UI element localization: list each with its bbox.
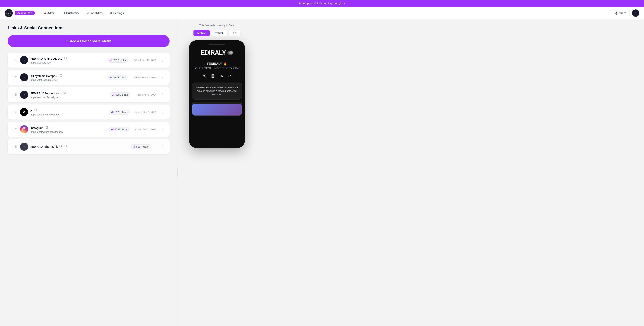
banner-text: Subscription VIP It's coming soon 🚀 — [298, 2, 342, 5]
panel-divider — [177, 19, 178, 326]
copy-button[interactable] — [45, 126, 49, 131]
list-item: ⠿⠿ ✕ X https://twitter.com/fediraly 6523… — [8, 105, 170, 120]
copy-button[interactable] — [59, 74, 64, 79]
svg-point-54 — [220, 75, 220, 75]
chart-icon — [110, 76, 112, 79]
link-url: https://twitter.com/fediraly — [30, 113, 106, 116]
copy-button[interactable] — [63, 91, 67, 96]
nav-item-settings[interactable]: ⚙ Settings — [107, 10, 126, 16]
svg-rect-20 — [60, 74, 62, 76]
tab-tablet[interactable]: Tablet — [211, 30, 227, 36]
drag-handle[interactable]: ⠿⠿ — [12, 127, 18, 132]
copy-button[interactable] — [34, 108, 38, 113]
more-options-button[interactable]: ⋮ — [159, 126, 166, 132]
chart-icon — [112, 94, 114, 96]
link-info: X https://twitter.com/fediraly — [30, 108, 106, 116]
add-link-button[interactable]: + Add a Link or Social Media — [8, 35, 170, 47]
svg-line-8 — [616, 12, 616, 13]
user-avatar[interactable] — [632, 9, 640, 17]
logo-coins — [228, 51, 233, 55]
phone-linkedin-icon[interactable] — [218, 73, 224, 79]
account-vip-badge[interactable]: Account VIP — [15, 10, 35, 15]
chart-icon — [112, 128, 114, 131]
phone-instagram-icon[interactable] — [210, 73, 216, 79]
phone-profile-desc: The FEDIRALY.NET serves as the central h… — [192, 67, 242, 69]
settings-icon: ⚙ — [110, 11, 112, 15]
share-button[interactable]: Share — [611, 10, 630, 16]
svg-point-52 — [212, 75, 214, 77]
tab-pc[interactable]: PC — [229, 30, 240, 36]
left-panel: Links & Social Connections + Add a Link … — [0, 19, 177, 326]
phone-card-text: The FEDIRALY.NET serves as the central h… — [196, 86, 238, 96]
drag-handle[interactable]: ⠿⠿ — [12, 58, 18, 63]
link-name: X — [30, 108, 106, 113]
svg-rect-28 — [112, 95, 113, 96]
svg-point-38 — [25, 128, 26, 129]
drag-handle[interactable]: ⠿⠿ — [12, 92, 18, 97]
list-item: ⠿⠿ F FEDIRALY OFFICIAL O... https://fedi… — [8, 52, 170, 68]
link-info: instagram https://instagram.com/fediraly — [30, 126, 106, 133]
more-options-button[interactable]: ⋮ — [159, 109, 166, 115]
tab-mobile[interactable]: Mobile — [194, 30, 210, 36]
list-item: ⠿⠿ instagram https://instagram.com/fedir… — [8, 122, 170, 137]
link-info: FEDIRALY OFFICIAL O... https://fediraly.… — [30, 56, 105, 64]
svg-rect-29 — [113, 94, 114, 96]
phone-email-icon[interactable] — [227, 73, 232, 79]
chart-icon — [110, 59, 112, 61]
link-icon: F — [20, 91, 28, 99]
drag-handle[interactable]: ⠿⠿ — [12, 75, 18, 80]
copy-button[interactable] — [64, 56, 68, 61]
phone-card-image — [192, 104, 242, 116]
phone-x-icon[interactable] — [202, 73, 207, 79]
clicks-badge: 9782 clicks — [109, 127, 130, 132]
nav-label-settings: Settings — [113, 11, 124, 15]
list-item: ⠿⠿ F All systems Compa... https://status… — [8, 70, 170, 85]
svg-point-5 — [616, 12, 617, 12]
added-date: Added Dec 3, 2023 — [135, 128, 156, 131]
link-name: instagram — [30, 126, 106, 131]
more-options-button[interactable]: ⋮ — [159, 92, 166, 98]
link-info: FEDIRALY Support Hu... https://support.f… — [30, 91, 107, 99]
svg-rect-30 — [114, 94, 114, 96]
svg-rect-36 — [22, 128, 26, 131]
nav-item-analytics[interactable]: Analytics — [84, 10, 105, 16]
link-name: FEDIRALY OFFICIAL O... — [30, 56, 105, 61]
banner-link[interactable]: ↗ — [344, 2, 346, 5]
coin3 — [229, 51, 233, 55]
svg-rect-33 — [112, 112, 112, 113]
drag-handle[interactable]: ⠿⠿ — [12, 110, 18, 115]
svg-point-7 — [615, 13, 616, 13]
svg-point-6 — [616, 14, 617, 14]
link-icon: F — [20, 73, 28, 81]
added-date: Added Mar 21, 2024 — [134, 76, 156, 79]
links-list: ⠿⠿ F FEDIRALY OFFICIAL O... https://fedi… — [8, 52, 170, 154]
more-options-button[interactable]: ⋮ — [159, 74, 166, 80]
nav-item-admin[interactable]: ⇄ Admin — [41, 10, 58, 16]
nav-item-customize[interactable]: ⊙ Customize — [60, 10, 82, 16]
more-options-button[interactable]: ⋮ — [159, 57, 166, 63]
svg-rect-22 — [111, 77, 112, 78]
nav-label-admin: Admin — [48, 11, 56, 15]
phone-profile-name: FEDIRALY 🔥 — [192, 62, 242, 66]
svg-rect-42 — [112, 129, 113, 130]
added-date: Added Apr 8, 2024 — [136, 93, 156, 96]
nav-label-customize: Customize — [66, 11, 80, 15]
svg-rect-50 — [134, 146, 135, 148]
phone-social-icons — [192, 73, 242, 79]
add-link-plus-icon: + — [66, 39, 68, 43]
profile-emoji: 🔥 — [223, 62, 227, 66]
svg-point-37 — [23, 128, 25, 130]
svg-text:FEDIRALY: FEDIRALY — [6, 12, 11, 14]
added-date: Added Dec 3, 2023 — [135, 111, 156, 114]
svg-rect-21 — [110, 77, 111, 78]
svg-rect-23 — [112, 76, 112, 78]
right-panel: This feature is currently in Beta. Mobil… — [178, 19, 256, 326]
svg-rect-48 — [133, 147, 134, 148]
brand-logo[interactable]: FEDIRALY — [4, 9, 13, 17]
admin-icon: ⇄ — [44, 11, 46, 15]
drag-handle[interactable]: ⠿⠿ — [12, 144, 18, 149]
copy-button[interactable] — [64, 144, 68, 149]
customize-icon: ⊙ — [62, 11, 65, 15]
link-icon: F — [20, 56, 28, 64]
more-options-button[interactable]: ⋮ — [159, 144, 166, 150]
